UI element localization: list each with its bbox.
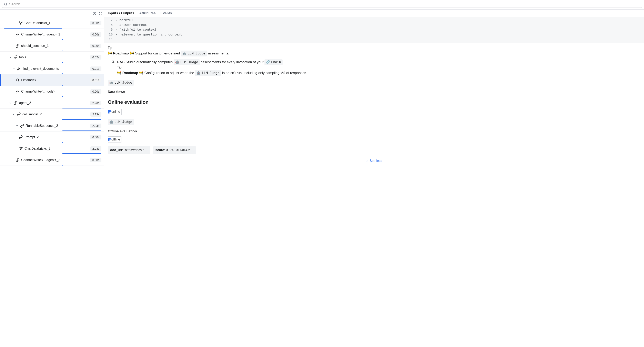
chevron-down-icon[interactable] bbox=[9, 102, 12, 104]
trace-span-row[interactable]: ChatDatabricks_22.23s bbox=[0, 143, 104, 154]
robot-icon: 🤖 bbox=[109, 120, 113, 124]
code-line: 11 bbox=[104, 37, 644, 42]
tab-inputs-outputs[interactable]: Inputs / Outputs bbox=[108, 11, 134, 17]
score-badge: score: 0.335101746396… bbox=[153, 146, 196, 154]
span-label: ChatDatabricks_1 bbox=[24, 21, 50, 25]
online-alt-text: online bbox=[112, 109, 120, 114]
span-bar bbox=[62, 62, 63, 63]
code-line-text: - answer_correct bbox=[116, 23, 147, 27]
collapse-expand-icon[interactable] bbox=[99, 11, 102, 15]
trace-span-row[interactable]: agent_22.23s bbox=[0, 97, 104, 109]
span-label: ChatDatabricks_2 bbox=[24, 147, 50, 150]
robot-icon: 🤖 bbox=[109, 80, 113, 85]
code-line: 8- answer_correct bbox=[104, 23, 644, 27]
trace-span-row[interactable]: ChatDatabricks_13.50s bbox=[0, 17, 104, 29]
span-label: tools bbox=[19, 55, 26, 59]
llm-judge-block: 🤖LLM Judge bbox=[108, 80, 640, 86]
code-line-number: 7 bbox=[104, 18, 116, 23]
trace-tree: ChatDatabricks_13.50sChannelWrite<...,ag… bbox=[0, 17, 104, 347]
span-bar-track bbox=[4, 62, 101, 63]
trace-span-row[interactable]: call_model_22.23s bbox=[0, 109, 104, 120]
span-duration: 0.00s bbox=[90, 158, 102, 162]
span-duration: 2.23s bbox=[90, 112, 102, 117]
llm-judge-block: 🤖LLM Judge bbox=[108, 119, 640, 125]
tab-events[interactable]: Events bbox=[160, 11, 172, 17]
trace-span-row[interactable]: tools0.02s bbox=[0, 51, 104, 63]
code-line: 10- relevant_to_question_and_context bbox=[104, 32, 644, 37]
code-line: 7- harmful bbox=[104, 18, 644, 23]
tip-label: Tip bbox=[117, 65, 640, 70]
trace-span-row[interactable]: Prompt_20.00s bbox=[0, 131, 104, 143]
code-line-number: 8 bbox=[104, 23, 116, 27]
span-label: ChannelWrite<...,agent>_1 bbox=[21, 33, 60, 36]
span-bar bbox=[62, 73, 63, 74]
doc-uri-badge: doc_uri: "https://docs.d… bbox=[108, 146, 150, 154]
score-value: : 0.335101746396… bbox=[164, 148, 194, 152]
code-line-text: - faithful_to_context bbox=[116, 27, 157, 32]
search-icon bbox=[16, 78, 20, 82]
roadmap-mid: 🚧 Configuration to adjust when the bbox=[138, 71, 195, 75]
history-icon[interactable] bbox=[92, 11, 96, 15]
code-line-number: 10 bbox=[104, 32, 116, 37]
span-duration: 0.00s bbox=[90, 135, 102, 139]
trace-span-row[interactable]: LittleIndex0.01s bbox=[0, 74, 104, 86]
span-bar-track bbox=[4, 142, 101, 143]
info-badges: doc_uri: "https://docs.d… score: 0.33510… bbox=[108, 146, 640, 154]
trace-span-row[interactable]: ChannelWrite<...,tools>0.00s bbox=[0, 86, 104, 97]
chain-icon bbox=[17, 112, 21, 116]
span-duration: 2.23s bbox=[90, 146, 102, 151]
span-bar-track bbox=[4, 50, 101, 51]
trace-tree-panel: ChatDatabricks_13.50sChannelWrite<...,ag… bbox=[0, 9, 104, 347]
llm-judge-pill: 🤖LLM Judge bbox=[174, 59, 200, 65]
span-bar-track bbox=[4, 28, 101, 28]
span-label: RunnableSequence_2 bbox=[26, 124, 58, 128]
span-bar-track bbox=[4, 96, 101, 97]
span-bar-track bbox=[4, 85, 101, 86]
chevron-down-icon[interactable] bbox=[16, 125, 18, 127]
span-duration: 0.00s bbox=[90, 32, 102, 37]
robot-icon: 🤖 bbox=[183, 51, 186, 56]
trace-span-row[interactable]: should_continue_10.00s bbox=[0, 40, 104, 51]
trace-span-row[interactable]: ChannelWrite<...,agent>_10.00s bbox=[0, 29, 104, 40]
svg-line-1 bbox=[6, 5, 7, 5]
detail-panel: Inputs / OutputsAttributesEvents 7- harm… bbox=[104, 9, 644, 347]
chevron-down-icon[interactable] bbox=[12, 67, 15, 70]
chain-icon bbox=[16, 32, 20, 36]
step3-mid: assessments for every invocation of your bbox=[200, 60, 264, 64]
span-bar-track bbox=[4, 119, 101, 120]
span-duration: 0.01s bbox=[90, 66, 102, 71]
code-line-text: - harmful bbox=[116, 18, 133, 23]
span-bar bbox=[62, 119, 101, 120]
chain-icon bbox=[16, 44, 20, 48]
trace-span-row[interactable]: RunnableSequence_22.23s bbox=[0, 120, 104, 131]
llm-judge-pill: 🤖LLM Judge bbox=[195, 70, 221, 76]
span-bar-track bbox=[4, 130, 101, 131]
tree-toolbar bbox=[0, 9, 104, 17]
roadmap-mid: 🚧 Support for customer-defined bbox=[129, 51, 181, 55]
llm-judge-pill: 🤖LLM Judge bbox=[108, 119, 134, 125]
data-flows-heading: Data flows bbox=[108, 89, 640, 95]
offline-image-placeholder: ▛offline bbox=[108, 136, 640, 143]
span-bar bbox=[62, 108, 101, 108]
step3-lead: RAG Studio automatically computes bbox=[117, 60, 174, 64]
span-label: call_model_2 bbox=[22, 112, 42, 116]
doc-uri-value: : "https://docs.d… bbox=[122, 148, 148, 152]
robot-icon: 🤖 bbox=[197, 71, 200, 75]
trace-span-row[interactable]: find_relevant_documents0.01s bbox=[0, 63, 104, 74]
span-label: should_continue_1 bbox=[21, 44, 48, 48]
steps-list: RAG Studio automatically computes 🤖LLM J… bbox=[108, 59, 640, 76]
span-bar-track bbox=[4, 39, 101, 40]
see-less-button[interactable]: See less bbox=[366, 158, 382, 164]
search-input[interactable] bbox=[9, 2, 640, 6]
span-bar-track bbox=[4, 73, 101, 74]
roadmap-emoji: 🚧 bbox=[117, 71, 122, 75]
search-bar[interactable] bbox=[2, 1, 642, 8]
main-split: ChatDatabricks_13.50sChannelWrite<...,ag… bbox=[0, 9, 644, 347]
tab-attributes[interactable]: Attributes bbox=[139, 11, 156, 17]
chevron-down-icon[interactable] bbox=[9, 56, 12, 58]
detail-content: 7- harmful8- answer_correct9- faithful_t… bbox=[104, 17, 644, 347]
span-label: Prompt_2 bbox=[24, 135, 38, 139]
span-bar-track bbox=[4, 153, 101, 154]
chevron-down-icon[interactable] bbox=[12, 113, 15, 116]
trace-span-row[interactable]: ChannelWrite<...,agent>_20.00s bbox=[0, 154, 104, 166]
